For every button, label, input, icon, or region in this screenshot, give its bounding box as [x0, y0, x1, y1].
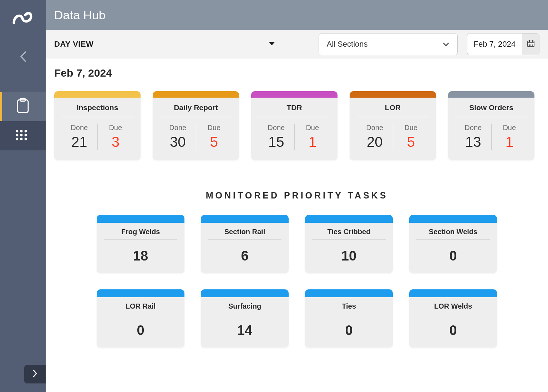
task-card-value: 0	[104, 323, 177, 338]
clipboard-icon	[16, 98, 30, 115]
task-card[interactable]: Section Welds0	[409, 215, 497, 273]
task-card-value: 0	[416, 248, 490, 264]
task-card-value: 18	[104, 248, 177, 264]
calendar-button[interactable]	[522, 33, 539, 55]
due-label: Due	[98, 124, 134, 132]
task-card[interactable]: Surfacing14	[201, 289, 289, 347]
done-value: 21	[61, 134, 97, 150]
svg-point-15	[529, 44, 530, 45]
done-value: 15	[258, 134, 294, 150]
card-accent-bar	[305, 215, 393, 223]
task-card-title: Section Rail	[208, 228, 281, 240]
date-picker-value: Feb 7, 2024	[467, 40, 522, 49]
svg-point-6	[20, 134, 23, 136]
task-card-value: 0	[312, 323, 386, 338]
summary-cards-row: InspectionsDone21Due3Daily ReportDone30D…	[54, 91, 539, 160]
summary-card-title: Slow Orders	[455, 103, 527, 117]
task-card-title: LOR Welds	[416, 302, 490, 314]
svg-point-3	[20, 130, 23, 133]
task-card-value: 0	[416, 323, 490, 338]
view-mode-dropdown[interactable]	[268, 41, 276, 47]
summary-card-title: TDR	[258, 103, 330, 117]
task-cards-grid: Frog Welds18Section Rail6Ties Cribbed10S…	[54, 215, 539, 347]
summary-card[interactable]: Daily ReportDone30Due5	[153, 91, 239, 160]
summary-card-title: Inspections	[61, 103, 133, 117]
task-card-title: Ties	[312, 302, 386, 314]
svg-point-2	[16, 130, 19, 133]
card-accent-bar	[409, 289, 497, 297]
done-value: 13	[455, 134, 491, 150]
divider	[176, 180, 418, 180]
done-label: Done	[160, 124, 196, 132]
sidebar	[0, 0, 46, 392]
task-card-title: Surfacing	[208, 302, 281, 314]
task-card[interactable]: Ties Cribbed10	[305, 215, 393, 273]
task-card-value: 14	[208, 323, 281, 338]
due-value: 1	[492, 134, 528, 150]
card-accent-bar	[305, 289, 393, 297]
task-card[interactable]: Ties0	[305, 289, 393, 347]
due-label: Due	[196, 124, 232, 132]
svg-point-18	[529, 45, 530, 46]
header: Data Hub	[46, 0, 548, 30]
due-value: 1	[295, 134, 331, 150]
card-accent-bar	[201, 289, 289, 297]
svg-point-10	[25, 138, 27, 140]
section-select-value: All Sections	[327, 40, 368, 49]
nav-items	[0, 92, 46, 150]
card-accent-bar	[153, 91, 239, 98]
card-accent-bar	[350, 91, 436, 98]
task-card-value: 6	[208, 248, 281, 264]
summary-card[interactable]: InspectionsDone21Due3	[54, 91, 141, 160]
card-accent-bar	[97, 289, 184, 297]
task-card[interactable]: LOR Welds0	[409, 289, 497, 347]
done-value: 20	[357, 134, 393, 150]
svg-point-20	[532, 45, 533, 46]
task-card-title: Ties Cribbed	[312, 228, 386, 240]
due-label: Due	[492, 124, 528, 132]
svg-point-9	[20, 138, 23, 140]
task-card-title: LOR Rail	[104, 302, 177, 314]
sidebar-expand-button[interactable]	[24, 365, 46, 383]
card-accent-bar	[201, 215, 289, 223]
task-card[interactable]: Section Rail6	[201, 215, 289, 273]
date-picker[interactable]: Feb 7, 2024	[467, 33, 539, 55]
done-value: 30	[160, 134, 196, 150]
summary-card[interactable]: TDRDone15Due1	[251, 91, 338, 160]
task-card-value: 10	[312, 248, 386, 264]
nav-back-button[interactable]	[19, 51, 27, 64]
svg-point-5	[16, 134, 19, 136]
subheader: DAY VIEW All Sections Feb 7, 2024	[46, 30, 548, 58]
card-accent-bar	[97, 215, 184, 223]
view-mode-label[interactable]: DAY VIEW	[54, 40, 93, 49]
caret-down-icon	[268, 41, 276, 46]
done-label: Done	[455, 124, 491, 132]
app-logo	[12, 10, 34, 29]
task-card[interactable]: LOR Rail0	[97, 289, 184, 347]
summary-card-title: Daily Report	[160, 103, 232, 117]
due-value: 5	[196, 134, 232, 150]
task-card-title: Frog Welds	[104, 228, 177, 240]
chevron-right-icon	[32, 369, 38, 380]
nav-item-grid[interactable]	[0, 121, 46, 150]
svg-point-7	[25, 134, 27, 136]
main: Data Hub DAY VIEW All Sections Feb 7, 20…	[46, 0, 548, 392]
summary-card[interactable]: LORDone20Due5	[350, 91, 436, 160]
card-accent-bar	[448, 91, 534, 98]
date-heading: Feb 7, 2024	[54, 67, 539, 79]
due-label: Due	[295, 124, 331, 132]
card-accent-bar	[409, 215, 497, 223]
summary-card[interactable]: Slow OrdersDone13Due1	[448, 91, 534, 160]
tasks-section-title: MONITORED PRIORITY TASKS	[54, 190, 539, 201]
done-label: Done	[258, 124, 294, 132]
task-card[interactable]: Frog Welds18	[97, 215, 184, 273]
card-accent-bar	[251, 91, 338, 98]
chevron-down-icon	[442, 40, 450, 49]
section-select[interactable]: All Sections	[319, 33, 458, 55]
calendar-icon	[527, 39, 535, 49]
svg-point-19	[531, 45, 531, 46]
svg-point-4	[25, 130, 27, 133]
due-label: Due	[393, 124, 429, 132]
nav-item-clipboard[interactable]	[0, 92, 46, 121]
due-value: 3	[98, 134, 134, 150]
